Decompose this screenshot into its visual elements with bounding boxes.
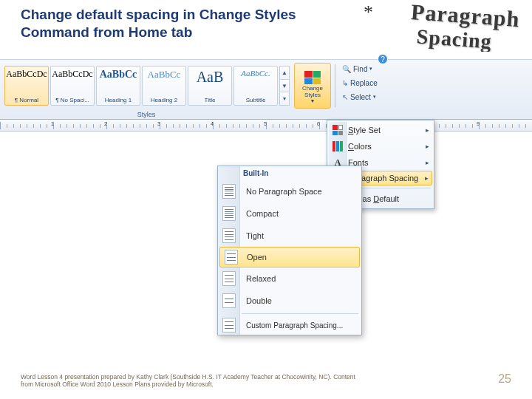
style-tile-heading-1[interactable]: AaBbCc Heading 1 [96, 66, 140, 106]
styles-group-label: Styles [0, 111, 293, 118]
change-styles-button[interactable]: Change Styles ▼ [294, 63, 331, 109]
colors-icon [332, 140, 344, 152]
styles-gallery: AaBbCcDc ¶ Normal AaBbCcDc ¶ No Spaci...… [0, 60, 293, 119]
style-sample: AaBbCcDc [6, 69, 47, 80]
menu-item-style-set[interactable]: Style Set ▸ [329, 122, 432, 138]
style-set-icon [332, 124, 344, 136]
menu-item-colors[interactable]: Colors ▸ [329, 138, 432, 154]
style-sample: AaBbCc [148, 69, 181, 81]
replace-label: Replace [350, 79, 378, 87]
menu-item-spacing-tight[interactable]: Tight [218, 225, 361, 247]
style-sample: AaBbCcDc [52, 69, 92, 80]
menu-item-custom-spacing[interactable]: Custom Paragraph Spacing... [218, 316, 361, 335]
replace-icon: ↳ [342, 79, 348, 87]
spacing-label: Tight [246, 231, 264, 240]
scroll-up-icon[interactable]: ▲ [280, 66, 289, 80]
slide-title: Change default spacing in Change Styles … [21, 6, 346, 41]
spacing-label: Relaxed [246, 274, 276, 283]
dropdown-arrow-icon: ▾ [369, 66, 372, 72]
submenu-arrow-icon: ▸ [426, 159, 429, 166]
ruler[interactable]: 123456789 [0, 120, 532, 132]
select-icon: ↖ [342, 93, 348, 101]
menu-item-spacing-no-paragraph-space[interactable]: No Paragraph Space [218, 180, 361, 202]
style-sample: AaBbCc. [241, 69, 270, 78]
slide-footer: Word Lesson 4 presentation prepared by K… [21, 373, 368, 389]
spacing-preview-icon [225, 250, 238, 265]
select-label: Select [350, 93, 371, 101]
style-tile-subtitle[interactable]: AaBbCc. Subtitle [233, 66, 278, 106]
spacing-preview-icon [222, 228, 236, 243]
paragraph-spacing-submenu: Built-In No Paragraph SpaceCompactTightO… [217, 166, 362, 335]
menu-label: Colors [348, 142, 372, 151]
style-label: ¶ No Spaci... [55, 97, 89, 103]
spacing-preview-icon [222, 206, 236, 221]
spacing-label: Double [246, 296, 272, 305]
help-icon[interactable]: ? [378, 54, 388, 64]
find-button[interactable]: 🔍 Find ▾ [342, 63, 386, 75]
submenu-separator [242, 313, 358, 314]
ribbon: AaBbCcDc ¶ Normal AaBbCcDc ¶ No Spaci...… [0, 59, 532, 120]
submenu-arrow-icon: ▸ [425, 174, 429, 182]
dropdown-arrow-icon: ▼ [310, 98, 316, 103]
change-styles-icon [304, 71, 321, 84]
style-tile-title[interactable]: AaB Title [188, 66, 232, 106]
style-sample: AaBbCc [100, 69, 137, 81]
style-label: Title [205, 97, 216, 103]
menu-item-spacing-double[interactable]: Double [218, 290, 361, 312]
submenu-arrow-icon: ▸ [426, 126, 429, 134]
menu-label: Style Set [348, 126, 381, 134]
style-sample: AaB [197, 69, 224, 86]
find-label: Find [353, 65, 367, 73]
gallery-scroll[interactable]: ▲ ▼ ▾ [279, 66, 290, 106]
spacing-preview-icon [222, 293, 236, 308]
decorative-title: Paragraph Spacing [409, 0, 521, 55]
select-button[interactable]: ↖ Select ▾ [342, 91, 386, 103]
find-icon: 🔍 [342, 65, 351, 73]
spacing-label: No Paragraph Space [246, 187, 322, 196]
style-tile-heading-2[interactable]: AaBbCc Heading 2 [142, 66, 186, 106]
style-label: Subtitle [246, 97, 266, 103]
spacing-label: Open [247, 253, 267, 262]
style-tile-normal[interactable]: AaBbCcDc ¶ Normal [4, 66, 49, 106]
editing-group: ? 🔍 Find ▾ ↳ Replace ↖ Select ▾ [338, 60, 391, 119]
style-label: Heading 2 [151, 97, 177, 103]
spacing-preview-icon [222, 184, 236, 199]
dropdown-arrow-icon: ▾ [373, 94, 376, 100]
change-styles-label: Change Styles [295, 86, 330, 98]
submenu-header-built-in: Built-In [218, 166, 361, 180]
spacing-label: Compact [246, 209, 279, 218]
style-tile-no-spacing[interactable]: AaBbCcDc ¶ No Spaci... [50, 66, 95, 106]
group-divider [335, 64, 335, 107]
menu-item-spacing-relaxed[interactable]: Relaxed [218, 267, 361, 290]
slide-number: 25 [498, 372, 511, 386]
menu-item-spacing-compact[interactable]: Compact [218, 202, 361, 225]
scroll-down-icon[interactable]: ▼ [280, 80, 289, 93]
word-screenshot: AaBbCcDc ¶ Normal AaBbCcDc ¶ No Spaci...… [0, 52, 532, 353]
custom-spacing-label: Custom Paragraph Spacing... [246, 321, 343, 330]
gallery-expand-icon[interactable]: ▾ [280, 92, 289, 105]
style-label: Heading 1 [105, 97, 132, 103]
spacing-preview-icon [222, 318, 236, 332]
bullet-star: * [364, 1, 373, 24]
spacing-preview-icon [222, 271, 236, 286]
style-label: ¶ Normal [15, 97, 38, 103]
menu-item-spacing-open[interactable]: Open [219, 247, 360, 267]
replace-button[interactable]: ↳ Replace [342, 77, 386, 89]
submenu-arrow-icon: ▸ [426, 143, 429, 150]
